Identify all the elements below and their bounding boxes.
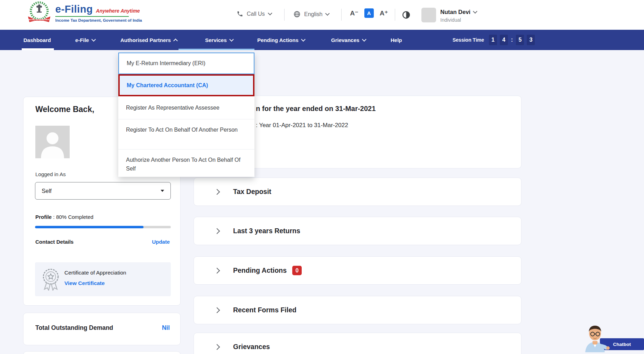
nav-services[interactable]: Services <box>205 30 233 50</box>
accordion-title: Grievances <box>233 343 270 351</box>
profile-photo-placeholder <box>35 126 70 158</box>
chevron-right-icon <box>214 307 220 313</box>
person-silhouette-icon <box>35 126 70 158</box>
next-sidebar-card-partial <box>23 351 181 354</box>
session-digit: 5 <box>516 35 524 45</box>
header-divider <box>284 9 285 21</box>
user-name: Nutan Devi <box>440 9 470 15</box>
menu-item-my-chartered-accountant[interactable]: My Chartered Accountant (CA) <box>118 74 254 96</box>
chevron-down-icon <box>473 9 477 14</box>
session-timer: Session Time 1 4 : 5 3 <box>453 30 535 50</box>
accordion-title: Pending Actions <box>233 266 287 275</box>
globe-icon <box>293 11 301 18</box>
filing-banner-title: n for the year ended on 31-Mar-2021 <box>256 105 376 113</box>
accordion-title: Last 3 years Returns <box>233 227 300 235</box>
view-certificate-link[interactable]: View Certificate <box>64 280 105 286</box>
accordion-pending-actions[interactable]: Pending Actions 0 <box>194 256 522 285</box>
open-menu-indicator <box>178 49 254 50</box>
accordion-last-3-years-returns[interactable]: Last 3 years Returns <box>194 217 522 245</box>
accordion-grievances[interactable]: Grievances <box>194 333 522 354</box>
certificate-title: Certificate of Appreciation <box>64 270 126 276</box>
brand-subtitle: Income Tax Department, Government of Ind… <box>55 18 142 22</box>
menu-item-register-representative-assessee[interactable]: Register As Representative Assessee <box>118 96 254 119</box>
certificate-section: Certificate of Appreciation View Certifi… <box>35 262 171 296</box>
profile-progress-bar <box>35 226 171 228</box>
chevron-right-icon <box>214 268 220 273</box>
outstanding-demand-label: Total Outstanding Demand <box>35 324 113 332</box>
nav-grievances[interactable]: Grievances <box>331 30 366 50</box>
chatbot-label: Chatbot <box>613 342 631 347</box>
nav-dashboard[interactable]: Dashboard <box>23 30 51 50</box>
chevron-down-icon <box>91 37 96 42</box>
chevron-right-icon <box>214 228 220 234</box>
session-digit: 3 <box>527 35 535 45</box>
session-digit: 1 <box>489 35 497 45</box>
user-menu[interactable]: Nutan Devi <box>440 9 477 15</box>
main-navbar: Dashboard e-File Authorised Partners Ser… <box>0 30 644 50</box>
chevron-up-icon <box>173 39 178 43</box>
logged-in-as-value: Self <box>42 188 51 194</box>
chevron-down-icon <box>301 37 306 42</box>
chevron-right-icon <box>214 189 220 195</box>
logged-in-as-select[interactable]: Self <box>35 182 171 200</box>
active-nav-indicator <box>22 48 54 50</box>
chevron-down-icon <box>268 11 272 15</box>
phone-icon <box>237 11 243 17</box>
chatbot-assistant-avatar[interactable] <box>581 320 611 352</box>
accordion-title: Recent Forms Filed <box>233 306 296 314</box>
font-size-controls: A⁻ A A⁺ <box>350 8 388 18</box>
language-label: English <box>304 11 322 18</box>
chevron-down-icon <box>326 11 330 16</box>
accordion-title: Tax Deposit <box>233 188 271 196</box>
session-digit: 4 <box>500 35 508 45</box>
menu-item-my-eri[interactable]: My E-Return Intermediary (ERI) <box>118 53 254 74</box>
nav-authorised-partners[interactable]: Authorised Partners <box>120 30 177 50</box>
accordion-recent-forms-filed[interactable]: Recent Forms Filed <box>194 296 522 324</box>
caret-down-icon <box>161 190 164 192</box>
nav-e-file[interactable]: e-File <box>75 30 95 50</box>
menu-item-authorize-another-person[interactable]: Authorize Another Person To Act On Behal… <box>118 150 254 177</box>
chevron-right-icon <box>214 344 220 350</box>
brand-tagline: Anywhere Anytime <box>96 8 140 14</box>
brand-block: e-Filing Anywhere Anytime Income Tax Dep… <box>55 4 142 22</box>
user-type: Individual <box>440 17 461 23</box>
medal-icon <box>41 268 61 291</box>
brand-divider <box>55 16 129 17</box>
update-link[interactable]: Update <box>152 239 170 245</box>
call-us-menu[interactable]: Call Us <box>237 11 272 17</box>
language-selector[interactable]: English <box>293 11 329 18</box>
nav-pending-actions[interactable]: Pending Actions <box>257 30 305 50</box>
profile-completion-text: Profile : 80% Completed <box>35 214 93 220</box>
filing-banner-subtitle: : Year 01-Apr-2021 to 31-Mar-2022 <box>256 122 348 129</box>
menu-item-register-act-on-behalf[interactable]: Register To Act On Behalf Of Another Per… <box>118 119 254 150</box>
call-us-label: Call Us <box>247 11 265 17</box>
welcome-heading: Welcome Back, <box>35 105 94 114</box>
authorised-partners-dropdown: My E-Return Intermediary (ERI) My Charte… <box>118 53 254 177</box>
header-divider <box>395 9 395 21</box>
pending-actions-count-badge: 0 <box>292 266 302 275</box>
nav-help[interactable]: Help <box>391 30 402 50</box>
profile-progress-fill <box>35 226 144 228</box>
svg-text:INCOME TAX DEPARTMENT: INCOME TAX DEPARTMENT <box>29 19 50 21</box>
top-header: INCOME TAX DEPARTMENT e-Filing Anywhere … <box>0 0 644 30</box>
font-increase-button[interactable]: A⁺ <box>380 9 388 17</box>
outstanding-demand-card: Total Outstanding Demand Nil <box>23 313 181 345</box>
header-divider <box>341 9 342 21</box>
income-tax-department-emblem-icon: INCOME TAX DEPARTMENT <box>27 1 52 24</box>
font-default-button[interactable]: A <box>364 8 374 18</box>
accordion-tax-deposit[interactable]: Tax Deposit <box>194 178 522 206</box>
session-colon: : <box>511 37 513 43</box>
outstanding-demand-value[interactable]: Nil <box>162 324 170 332</box>
session-time-label: Session Time <box>453 37 484 43</box>
contact-details-label: Contact Details <box>35 239 74 245</box>
font-decrease-button[interactable]: A⁻ <box>350 9 358 17</box>
brand-name: e-Filing <box>55 4 93 15</box>
efiling-dashboard-page: INCOME TAX DEPARTMENT e-Filing Anywhere … <box>0 0 644 354</box>
contrast-toggle-icon[interactable] <box>402 11 411 19</box>
chevron-down-icon <box>362 37 366 42</box>
logged-in-as-label: Logged in As <box>35 171 66 177</box>
chevron-down-icon <box>229 37 234 42</box>
user-avatar[interactable] <box>421 8 436 22</box>
